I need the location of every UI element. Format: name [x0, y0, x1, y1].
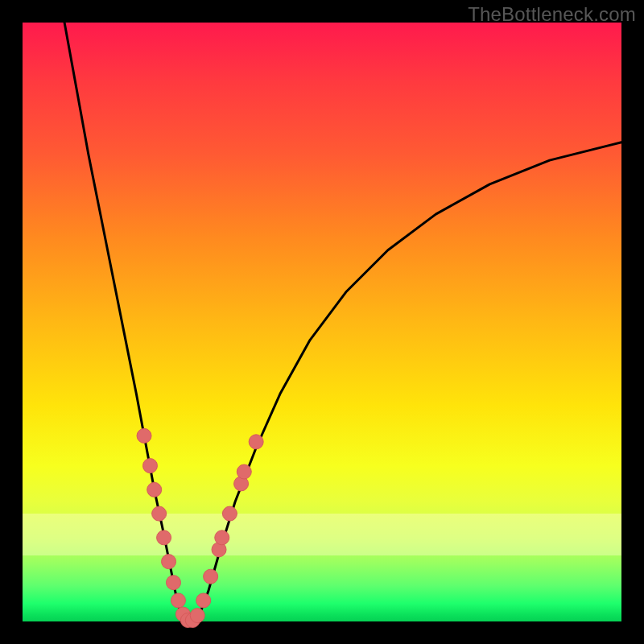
plot-area	[23, 23, 621, 621]
marker-dot	[142, 459, 157, 473]
marker-dot	[237, 464, 251, 479]
marker-dot	[215, 530, 229, 545]
marker-dot	[196, 593, 211, 608]
watermark-text: TheBottleneck.com	[468, 3, 636, 26]
marker-dot	[147, 482, 162, 497]
bottleneck-curve	[64, 23, 621, 621]
marker-dot	[204, 569, 218, 584]
marker-dot	[190, 609, 204, 623]
marker-dot	[157, 530, 171, 545]
marker-dot	[152, 506, 167, 521]
marker-dot	[162, 555, 176, 569]
marker-dot	[249, 435, 263, 449]
marker-dot	[222, 506, 237, 521]
chart-frame: TheBottleneck.com	[0, 0, 644, 644]
data-markers	[137, 428, 263, 627]
curve-layer	[23, 23, 621, 621]
marker-dot	[171, 593, 185, 608]
marker-dot	[166, 576, 180, 590]
marker-dot	[137, 428, 151, 443]
